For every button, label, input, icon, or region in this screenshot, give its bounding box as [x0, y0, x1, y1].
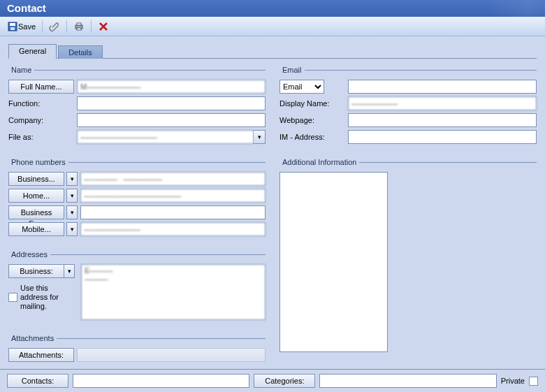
- additional-legend: Additional Information: [279, 158, 359, 166]
- phone-business-dropdown[interactable]: ▾: [66, 172, 78, 186]
- save-button[interactable]: Save: [4, 20, 38, 34]
- phone-business-input[interactable]: [80, 172, 266, 186]
- print-button[interactable]: [71, 20, 87, 34]
- tab-details[interactable]: Details: [58, 45, 103, 59]
- mailing-checkbox[interactable]: [8, 293, 17, 302]
- addresses-legend: Addresses: [8, 250, 50, 259]
- company-input[interactable]: [77, 113, 266, 127]
- addresses-group: Addresses Business: ▾ Use this address f…: [8, 250, 266, 327]
- svg-rect-2: [10, 27, 15, 30]
- phone-home-button[interactable]: Home...: [8, 189, 64, 203]
- toolbar-separator: [91, 20, 92, 33]
- address-textarea[interactable]: [81, 264, 266, 320]
- save-label: Save: [18, 22, 36, 31]
- im-label: IM - Address:: [279, 133, 345, 141]
- chevron-down-icon: ▾: [71, 174, 74, 184]
- phone-home-input[interactable]: [80, 189, 266, 203]
- attach-button[interactable]: [46, 20, 63, 34]
- svg-rect-4: [77, 23, 81, 25]
- phone-mobile-button[interactable]: Mobile...: [8, 222, 64, 236]
- function-input[interactable]: [77, 96, 266, 110]
- toolbar-separator: [42, 20, 43, 33]
- email-group: Email Email Display Name: Webpage:: [279, 66, 537, 151]
- svg-rect-5: [77, 28, 81, 30]
- fileas-label: File as:: [8, 133, 74, 141]
- chevron-down-icon: ▾: [71, 224, 74, 234]
- phone-mobile-input[interactable]: [80, 222, 266, 236]
- phone-fax-input[interactable]: [80, 205, 266, 219]
- phone-group: Phone numbers Business... ▾ Home... ▾ Bu…: [8, 158, 266, 243]
- printer-icon: [73, 21, 85, 32]
- chevron-down-icon: ▾: [71, 191, 74, 201]
- phone-business-button[interactable]: Business...: [8, 172, 64, 186]
- phone-fax-dropdown[interactable]: ▾: [66, 205, 78, 219]
- name-legend: Name: [8, 66, 34, 74]
- fileas-dropdown-button[interactable]: ▾: [253, 130, 266, 144]
- delete-button[interactable]: [95, 20, 112, 34]
- chevron-down-icon: ▾: [71, 208, 74, 217]
- address-business-dropdown[interactable]: ▾: [64, 264, 75, 278]
- display-name-input[interactable]: [348, 96, 537, 110]
- attachments-button[interactable]: Attachments:: [8, 348, 74, 362]
- chevron-down-icon: ▾: [68, 266, 71, 276]
- display-name-label: Display Name:: [279, 99, 345, 108]
- webpage-label: Webpage:: [279, 116, 345, 124]
- phone-mobile-dropdown[interactable]: ▾: [66, 222, 78, 236]
- attachments-display: [77, 348, 266, 362]
- categories-button[interactable]: Categories:: [254, 374, 315, 388]
- toolbar: Save: [0, 17, 545, 36]
- content-area: General Details Name Full Name... Functi…: [0, 36, 545, 376]
- webpage-input[interactable]: [348, 113, 537, 127]
- private-checkbox[interactable]: [529, 377, 538, 386]
- window-title: Contact: [0, 0, 545, 17]
- im-input[interactable]: [348, 130, 537, 144]
- svg-rect-1: [10, 23, 15, 26]
- private-label: Private: [501, 377, 525, 385]
- chevron-down-icon: ▾: [258, 133, 261, 140]
- mailing-label: Use this address for mailing.: [20, 284, 74, 311]
- address-business-button[interactable]: Business:: [8, 264, 64, 278]
- tab-general[interactable]: General: [8, 44, 57, 59]
- fullname-input[interactable]: [77, 80, 266, 94]
- company-label: Company:: [8, 116, 74, 124]
- phone-fax-button[interactable]: Business Fax.: [8, 205, 64, 219]
- phone-home-dropdown[interactable]: ▾: [66, 189, 78, 203]
- contacts-button[interactable]: Contacts:: [7, 374, 68, 388]
- name-group: Name Full Name... Function: Company: Fil…: [8, 66, 266, 151]
- left-column: Name Full Name... Function: Company: Fil…: [8, 66, 266, 376]
- floppy-icon: [7, 21, 18, 32]
- email-type-select[interactable]: Email: [279, 80, 324, 94]
- right-column: Email Email Display Name: Webpage:: [279, 66, 537, 376]
- categories-input[interactable]: [319, 374, 496, 388]
- close-icon: [98, 21, 109, 32]
- attachments-group: Attachments Attachments:: [8, 334, 266, 369]
- fullname-button[interactable]: Full Name...: [8, 80, 74, 94]
- phone-legend: Phone numbers: [8, 158, 68, 166]
- paperclip-icon: [49, 21, 60, 32]
- toolbar-separator: [66, 20, 67, 33]
- footer: Contacts: Categories: Private: [0, 369, 545, 392]
- additional-group: Additional Information: [279, 158, 537, 358]
- function-label: Function:: [8, 99, 74, 108]
- email-input[interactable]: [348, 80, 537, 94]
- additional-textarea[interactable]: [279, 172, 388, 352]
- tabs: General Details: [8, 43, 537, 59]
- email-legend: Email: [279, 66, 305, 74]
- attachments-legend: Attachments: [8, 334, 57, 342]
- fileas-input[interactable]: [77, 130, 253, 144]
- contacts-input[interactable]: [73, 374, 249, 388]
